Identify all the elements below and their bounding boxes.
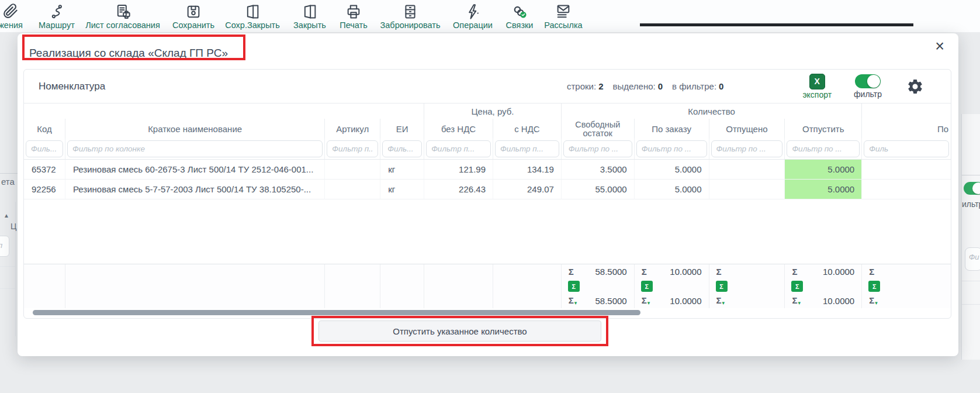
cell-unit: кг (380, 160, 424, 179)
printer-icon (345, 2, 362, 20)
sum-button[interactable]: Σ (568, 281, 580, 292)
column-header-unit[interactable]: ЕИ (380, 119, 424, 139)
close-door-icon (302, 2, 318, 20)
cell-unit: кг (380, 180, 424, 199)
top-toolbar: жения Маршрут Лист согласования Сохранит… (0, 0, 980, 32)
column-header-extra[interactable]: По (861, 119, 951, 139)
stat-rows: строки:2 (567, 81, 604, 91)
filter-input-name[interactable] (67, 140, 323, 157)
cell-article (324, 180, 380, 199)
background-window-edge (640, 23, 913, 26)
column-header-code[interactable]: Код (24, 119, 65, 139)
release-quantity-button[interactable]: Отпустить указанное количество (318, 320, 601, 342)
horizontal-scrollbar[interactable] (33, 310, 640, 315)
column-header-released[interactable]: Отпущено (709, 119, 785, 139)
toolbar-item-label: Сохранить (172, 20, 214, 30)
totals-extra: Σ Σ Σ▾ (861, 264, 951, 308)
toolbar-item-save-close[interactable]: Сохр.Закрыть (223, 2, 282, 30)
toolbar-item-close[interactable]: Закрыть (289, 2, 331, 30)
totals-to-release: Σ10.0000 Σ Σ▾10.0000 (784, 264, 861, 308)
column-header-free-stock[interactable]: Свободный остаток (561, 119, 634, 139)
filter-input-code[interactable] (26, 140, 63, 157)
cell-extra (861, 160, 951, 179)
totals-free-stock: Σ58.5000 Σ Σ▾58.5000 (561, 264, 634, 308)
cabinet-icon (402, 2, 418, 20)
column-header-price-vat[interactable]: с НДС (493, 119, 561, 139)
filter-input-on-order[interactable] (636, 140, 707, 157)
toolbar-item-attachments[interactable]: жения (0, 2, 29, 30)
cell-price-no-vat: 226.43 (424, 180, 493, 199)
toolbar-item-operations[interactable]: Операции (449, 2, 497, 30)
cell-name: Резиновая смесь 5-7-57-2003 Лист 500/14 … (65, 180, 324, 199)
filter-toggle[interactable] (855, 74, 881, 88)
table-row[interactable]: 92256 Резиновая смесь 5-7-57-2003 Лист 5… (24, 180, 951, 199)
toolbar-item-links[interactable]: Связки (501, 2, 538, 30)
filter-input-price-no-vat[interactable] (426, 140, 491, 157)
toolbar-item-route[interactable]: Маршрут (34, 2, 79, 30)
export-button[interactable]: X экспорт (802, 74, 832, 99)
close-icon[interactable]: × (931, 38, 948, 55)
toolbar-item-label: Связки (506, 20, 534, 30)
gear-icon[interactable] (906, 78, 924, 95)
sort-arrow-icon: ▲ (4, 212, 9, 219)
toolbar-item-label: Рассылка (544, 20, 582, 30)
table-row[interactable]: 65372 Резиновая смесь 60-2675-3 Лист 500… (24, 160, 951, 180)
totals-released: Σ Σ Σ▾ (709, 264, 785, 308)
cell-free-stock: 3.5000 (561, 160, 634, 179)
toolbar-item-label: Маршрут (39, 20, 75, 30)
column-header-name[interactable]: Краткое наименование (65, 119, 324, 139)
stat-filtered: в фильтре:0 (672, 81, 723, 91)
cell-to-release-editable[interactable]: 5.0000 (784, 180, 861, 199)
chain-link-icon (511, 2, 528, 20)
toolbar-item-label: Печать (340, 20, 368, 30)
sum-button[interactable]: Σ (641, 281, 653, 292)
sum-button[interactable]: Σ (716, 281, 728, 292)
cell-price-vat: 134.19 (493, 160, 561, 179)
column-header-row: Код Краткое наименование Артикул ЕИ без … (24, 119, 951, 139)
background-fragment-right: ильтр Фи (960, 32, 980, 360)
toolbar-item-print[interactable]: Печать (335, 2, 372, 30)
toolbar-item-reserve[interactable]: Забронировать (378, 2, 443, 30)
sum-button[interactable]: Σ (868, 281, 880, 292)
filter-input-to-release[interactable] (787, 140, 860, 157)
filter-input-price-vat[interactable] (495, 140, 559, 157)
cell-released (709, 180, 785, 199)
excel-export-icon: X (809, 74, 825, 89)
column-header-article[interactable]: Артикул (324, 119, 380, 139)
toolbar-item-approval-sheet[interactable]: Лист согласования (83, 2, 162, 30)
cell-to-release-editable[interactable]: 5.0000 (784, 160, 861, 179)
filter-input-unit[interactable] (382, 140, 422, 157)
approval-sheet-icon (115, 2, 131, 20)
cell-price-no-vat: 121.99 (424, 160, 493, 179)
toolbar-item-label: Операции (453, 20, 493, 30)
column-header-to-release[interactable]: Отпустить (784, 119, 861, 139)
column-header-on-order[interactable]: По заказу (634, 119, 709, 139)
sum-button[interactable]: Σ (791, 281, 803, 292)
cell-extra (861, 180, 951, 199)
stat-selected: выделено:0 (612, 81, 663, 91)
cell-code: 92256 (24, 180, 65, 199)
empty-table-space (24, 199, 951, 264)
realization-modal: × Реализация со склада «Склад ГП РС» Ном… (18, 33, 958, 356)
filter-input-free-stock[interactable] (563, 140, 632, 157)
sigma-filtered-icon: Σ▾ (716, 295, 725, 306)
cell-free-stock: 55.0000 (561, 180, 634, 199)
sigma-filtered-icon: Σ▾ (869, 295, 878, 306)
cell-on-order: 5.0000 (634, 160, 709, 179)
filter-input-released[interactable] (711, 140, 783, 157)
envelope-icon (555, 2, 572, 20)
toolbar-item-label: Лист согласования (85, 20, 160, 30)
filter-input-article[interactable] (327, 140, 378, 157)
sigma-filtered-icon: Σ▾ (642, 295, 650, 306)
screen: жения Маршрут Лист согласования Сохранит… (0, 0, 980, 393)
filter-toggle-block: фильтр (854, 74, 882, 99)
column-group-row: Цена, руб. Количество (24, 104, 951, 119)
toolbar-item-mailing[interactable]: Рассылка (540, 2, 587, 30)
toolbar-item-save[interactable]: Сохранить (167, 2, 220, 30)
filter-input-extra[interactable] (864, 140, 949, 157)
paperclip-icon (2, 2, 19, 20)
toolbar-item-label: Закрыть (293, 20, 326, 30)
column-header-price-no-vat[interactable]: без НДС (424, 119, 493, 139)
cell-on-order: 5.0000 (634, 180, 709, 199)
toolbar-item-label: Забронировать (380, 20, 441, 30)
